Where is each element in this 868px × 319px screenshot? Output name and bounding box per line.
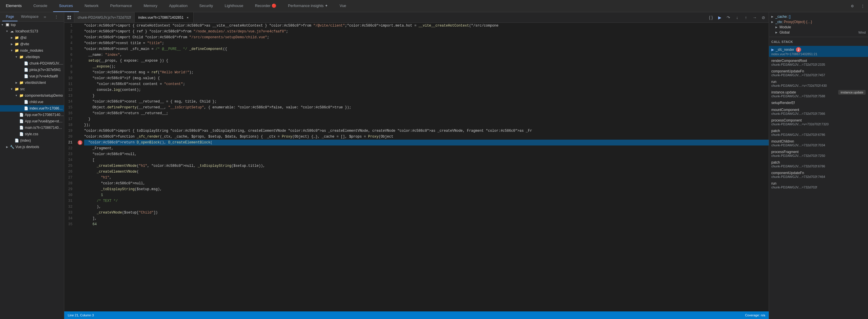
call-stack-component-update[interactable]: componentUpdateFn chunk-PD2AWGJV....=732… bbox=[769, 68, 868, 78]
tree-components-setup[interactable]: ▼ 📁 components/setupDemo bbox=[0, 92, 64, 99]
tree-localhost[interactable]: ▼ ☁ localhost:5173 bbox=[0, 28, 64, 34]
call-stack-process-fragment[interactable]: processFragment chunk-PD2AWGJV....=732d7… bbox=[769, 149, 868, 158]
code-line-25[interactable]: _createElementVNode("h1", "color:#c586c0… bbox=[84, 163, 769, 169]
code-line-15[interactable]: Object.defineProperty(__returned__, "__i… bbox=[84, 105, 769, 110]
step-button[interactable]: → bbox=[751, 13, 759, 22]
tab-lighthouse[interactable]: Lighthouse bbox=[219, 0, 249, 12]
code-line-4[interactable]: "color:#c586c0">const title = "title"; bbox=[84, 40, 769, 46]
tab-memory[interactable]: Memory bbox=[138, 0, 163, 12]
tab-console[interactable]: Console bbox=[27, 0, 53, 12]
code-line-24[interactable]: [ bbox=[84, 157, 769, 163]
code-line-35[interactable]: 64 bbox=[84, 222, 769, 227]
code-line-1[interactable]: "color:#c586c0">import { createHotContex… bbox=[84, 23, 769, 29]
call-stack-component-update-fn-2[interactable]: componentUpdateFn chunk-PD2AWGJV....=732… bbox=[769, 170, 868, 180]
call-stack-run-2[interactable]: run chunk-PD2AWGJV....=732d702f bbox=[769, 180, 868, 190]
tree-id[interactable]: ▶ 📁 @id bbox=[0, 34, 64, 41]
code-line-6[interactable]: __name: "index", bbox=[84, 52, 769, 58]
format-button[interactable]: { } bbox=[707, 13, 715, 22]
scope-item-cache[interactable]: ▶ _cache : [] bbox=[771, 14, 866, 19]
scope-item-ctx[interactable]: ▶ _ctx : Proxy(Object) {…} bbox=[771, 19, 866, 25]
code-line-27[interactable]: "h1", bbox=[84, 175, 769, 180]
tree-app-vue-style[interactable]: ▶ 📄 App.vue?vue&type=style&ir... bbox=[0, 118, 64, 124]
code-line-11[interactable]: "color:#c586c0">const content = "content… bbox=[84, 81, 769, 87]
code-line-7[interactable]: setup(__props, { expose: __expose }) { bbox=[84, 58, 769, 64]
code-line-16[interactable]: "color:#c586c0">return __returned__; bbox=[84, 110, 769, 116]
file-tab-chunk[interactable]: chunk-PD2AWGJV.js?v=732d702f bbox=[74, 12, 135, 23]
tree-vite-dist[interactable]: ▶ 📁 vite/dist/client bbox=[0, 80, 64, 86]
pause-button[interactable]: ▶ bbox=[716, 13, 724, 22]
code-line-32[interactable]: ), bbox=[84, 204, 769, 210]
code-line-5[interactable]: "color:#c586c0">const _sfc_main = /* @__… bbox=[84, 46, 769, 52]
code-lines[interactable]: "color:#c586c0">import { createHotContex… bbox=[83, 23, 769, 311]
tab-application[interactable]: Application bbox=[163, 0, 194, 12]
scope-item-global[interactable]: ▶ Global Wind bbox=[771, 30, 866, 35]
call-stack-mount-component[interactable]: mountComponent chunk-PD2AWGJV....=732d70… bbox=[769, 107, 868, 117]
call-stack-render-root[interactable]: renderComponentRoot chunk-PD2AWGJV....=7… bbox=[769, 58, 868, 67]
call-stack-run[interactable]: run chunk-PD2AWGJV....=v=732d702f:430 bbox=[769, 79, 868, 88]
code-line-18[interactable]: }); bbox=[84, 122, 769, 128]
call-stack-instance-update[interactable]: instance.update chunk-PD2AWGJV....=732d7… bbox=[769, 89, 868, 99]
tab-performance[interactable]: Performance bbox=[104, 0, 137, 12]
code-line-33[interactable]: _createVNode($setup["Child"]) bbox=[84, 210, 769, 215]
settings-button[interactable]: ⚙ bbox=[847, 1, 858, 11]
step-into-button[interactable]: ↓ bbox=[733, 13, 741, 22]
tree-chunk-file[interactable]: ▶ 📄 chunk-PD2AWGJV.js?v=7... bbox=[0, 60, 64, 67]
tree-src[interactable]: ▼ 📁 src bbox=[0, 86, 64, 92]
tree-vue-js[interactable]: ▶ 📄 vue.js?v=e4cfaaf8 bbox=[0, 73, 64, 80]
code-line-30[interactable]: 1 bbox=[84, 192, 769, 198]
code-line-8[interactable]: __expose(); bbox=[84, 64, 769, 69]
code-line-2[interactable]: "color:#c586c0">import { ref } "color:#c… bbox=[84, 29, 769, 34]
code-line-26[interactable]: _createElementVNode( bbox=[84, 169, 769, 175]
code-line-20[interactable]: "color:#c586c0">function _sfc_render(_ct… bbox=[84, 134, 769, 140]
code-line-29[interactable]: _toDisplayString($setup.msg), bbox=[84, 186, 769, 192]
code-line-17[interactable]: } bbox=[84, 116, 769, 122]
tree-pinia[interactable]: ▶ 📄 pinia.js?v=307e5f41 bbox=[0, 67, 64, 73]
code-line-21[interactable]: "color:#c586c0">return D_openBlock(), D_… bbox=[84, 140, 769, 145]
sidebar-tab-page[interactable]: Page bbox=[2, 12, 18, 21]
call-stack-setup-render-ef[interactable]: setupRenderEf bbox=[769, 99, 868, 106]
call-stack-sfc-render[interactable]: ▶ _sfc_render 2 index.vue?t=170867140285… bbox=[769, 46, 868, 57]
more-button[interactable]: ⋮ bbox=[858, 1, 868, 11]
code-line-31[interactable]: /* TEXT */ bbox=[84, 198, 769, 204]
tree-style-css[interactable]: ▶ 📄 style.css bbox=[0, 131, 64, 137]
deactivate-breakpoints-button[interactable]: ⊘ bbox=[760, 13, 768, 22]
tree-vite[interactable]: ▶ 📁 @vite bbox=[0, 41, 64, 47]
sidebar-menu-button[interactable]: ⋮ bbox=[51, 12, 62, 22]
code-line-3[interactable]: "color:#c586c0">import Child "color:#c58… bbox=[84, 34, 769, 40]
sidebar-tab-workspace[interactable]: Workspace bbox=[18, 12, 42, 21]
tab-security[interactable]: Security bbox=[193, 0, 219, 12]
tree-main-ts[interactable]: ▶ 📄 main.ts?t=1708671402851 bbox=[0, 124, 64, 131]
step-out-button[interactable]: ↑ bbox=[742, 13, 750, 22]
call-stack-patch-2[interactable]: patch chunk-PD2AWGJV....=732d702f:6786 bbox=[769, 159, 868, 169]
sidebar-more-button[interactable]: ›› bbox=[42, 15, 48, 19]
tree-top[interactable]: ▼ 🔲 top bbox=[0, 22, 64, 28]
call-stack-process-component[interactable]: processComponent chunk-PD2AWGJV....=v=73… bbox=[769, 117, 868, 127]
code-line-28[interactable]: "color:#c586c0">null, bbox=[84, 180, 769, 186]
tree-vite-deps[interactable]: ▼ 📁 .vite/deps bbox=[0, 54, 64, 60]
code-line-10[interactable]: "color:#c586c0">if (msg.value) { bbox=[84, 76, 769, 81]
tab-vue[interactable]: Vue bbox=[334, 0, 352, 12]
tree-node-modules[interactable]: ▼ 📁 node_modules bbox=[0, 47, 64, 54]
tree-vue-devtools[interactable]: ▶ 🔧 Vue.js devtools bbox=[0, 144, 64, 150]
tab-network[interactable]: Network bbox=[79, 0, 104, 12]
step-over-button[interactable]: ↷ bbox=[724, 13, 733, 22]
code-line-9[interactable]: "color:#c586c0">const msg = ref("Hello W… bbox=[84, 69, 769, 76]
tab-sources[interactable]: Sources bbox=[53, 0, 79, 12]
code-line-19[interactable]: "color:#c586c0">import { toDisplayString… bbox=[84, 128, 769, 134]
code-line-23[interactable]: "color:#c586c0">null, bbox=[84, 151, 769, 157]
code-line-34[interactable]: ], bbox=[84, 215, 769, 222]
call-stack-patch-1[interactable]: patch chunk-PD2AWGJV....=732d702f:6786 bbox=[769, 128, 868, 138]
tree-index-html[interactable]: ▶ 📄 (index) bbox=[0, 137, 64, 144]
tree-app-vue[interactable]: ▶ 📄 App.vue?t=1708671402851 bbox=[0, 112, 64, 118]
file-tab-index-vue[interactable]: index.vue?t=1708671402851 × bbox=[135, 12, 194, 23]
scope-item-module[interactable]: ▶ Module bbox=[771, 25, 866, 30]
code-line-12[interactable]: console.log(content); bbox=[84, 87, 769, 93]
code-line-14[interactable]: "color:#c586c0">const __returned__ = { m… bbox=[84, 99, 769, 105]
tree-child-vue[interactable]: ▶ 📄 child.vue bbox=[0, 99, 64, 105]
call-stack-mount-children[interactable]: mountChildren chunk-PD2AWGJV....=732d702… bbox=[769, 138, 868, 148]
code-line-22[interactable]: _Fragment, bbox=[84, 145, 769, 151]
code-line-13[interactable]: } bbox=[84, 93, 769, 99]
tree-index-vue[interactable]: ▶ 📄 index.vue?t=1708671402... bbox=[0, 105, 64, 112]
tab-recorder[interactable]: Recorder 🔴 bbox=[249, 0, 282, 12]
tab-elements[interactable]: Elements bbox=[0, 0, 27, 12]
